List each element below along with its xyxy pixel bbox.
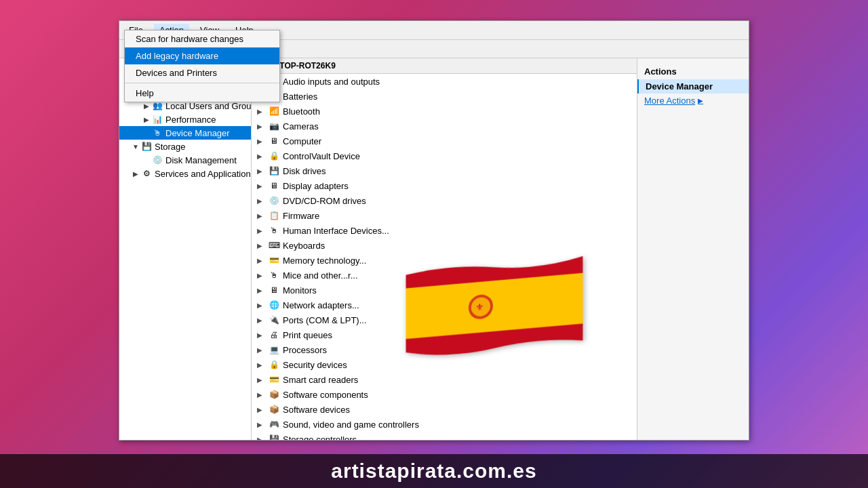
hid-icon: 🖱: [268, 224, 280, 237]
device-storagecontrollers-label: Storage controllers: [283, 434, 357, 441]
device-sound[interactable]: ▶ 🎮 Sound, video and game controllers: [252, 417, 637, 432]
tree-label-performance: Performance: [164, 115, 216, 125]
device-controlvault-label: ControlVault Device: [283, 151, 360, 161]
expand-mice: ▶: [257, 272, 267, 279]
action-device-manager[interactable]: Device Manager: [637, 79, 749, 94]
device-firmware[interactable]: ▶ 📋 Firmware: [252, 208, 637, 223]
device-hid[interactable]: ▶ 🖱 Human Interface Devices...: [252, 223, 637, 238]
display-icon: 🖥: [268, 180, 280, 192]
device-cameras-label: Cameras: [283, 121, 319, 131]
tree-label-storage: Storage: [153, 142, 186, 152]
expand-services: ▶: [130, 168, 141, 179]
device-display-label: Display adapters: [283, 181, 349, 191]
device-network-label: Network adapters...: [283, 300, 359, 310]
expand-computer: ▶: [257, 138, 267, 145]
expand-print: ▶: [257, 331, 267, 339]
softwaredevo-icon: 📦: [268, 403, 280, 415]
device-cameras[interactable]: ▶ 📷 Cameras: [252, 119, 637, 134]
expand-bluetooth: ▶: [257, 108, 267, 115]
watermark-bar: artistapirata.com.es: [0, 454, 868, 488]
security-icon: 🔒: [268, 359, 280, 371]
device-smartcard-label: Smart card readers: [283, 375, 358, 385]
expand-sound: ▶: [257, 421, 267, 428]
expand-monitors: ▶: [257, 287, 267, 294]
action-more-actions[interactable]: More Actions ▶: [637, 94, 749, 108]
device-softwaredevo-label: Software devices: [283, 405, 350, 415]
device-memory[interactable]: ▶ 💳 Memory technology...: [252, 253, 637, 268]
expand-devicemgr: [141, 127, 152, 138]
center-panel: DESKTOP-ROT26K9 ▶ 🔊 Audio inputs and out…: [252, 58, 637, 440]
network-icon: 🌐: [268, 299, 280, 311]
device-firmware-label: Firmware: [283, 211, 319, 221]
more-actions-label: More Actions: [644, 96, 695, 106]
tree-item-services[interactable]: ▶ ⚙ Services and Applications: [119, 167, 251, 180]
smartcard-icon: 💳: [268, 373, 280, 386]
dropdown-devices-printers[interactable]: Devices and Printers: [125, 64, 279, 81]
firmware-icon: 📋: [268, 209, 280, 222]
cameras-icon: 📷: [268, 120, 280, 132]
expand-display: ▶: [257, 182, 267, 190]
device-processors-label: Processors: [283, 345, 327, 355]
dropdown-add-legacy[interactable]: Add legacy hardware: [125, 47, 279, 64]
device-bluetooth[interactable]: ▶ 📶 Bluetooth: [252, 104, 637, 119]
device-print[interactable]: ▶ 🖨 Print queues: [252, 327, 637, 342]
device-dvd[interactable]: ▶ 💿 DVD/CD-ROM drives: [252, 193, 637, 208]
ports-icon: 🔌: [268, 314, 280, 326]
more-actions-arrow: ▶: [698, 97, 703, 104]
expand-dvd: ▶: [257, 197, 267, 205]
device-memory-label: Memory technology...: [283, 256, 366, 266]
device-display[interactable]: ▶ 🖥 Display adapters: [252, 178, 637, 193]
device-monitors-label: Monitors: [283, 285, 317, 296]
device-keyboards[interactable]: ▶ ⌨ Keyboards: [252, 238, 637, 253]
left-tree-panel: ▼ 🖥 Co... ▼ 🔧 ▶ 📁 Shared Folders ▶ 👥 Loc…: [119, 58, 252, 440]
dropdown-help[interactable]: Help: [125, 85, 279, 102]
device-controlvault[interactable]: ▶ 🔒 ControlVault Device: [252, 148, 637, 163]
device-softwarecomp-label: Software components: [283, 390, 368, 400]
devicemgr-icon: 🖱: [152, 127, 163, 138]
device-storagecontrollers[interactable]: ▶ 💾 Storage controllers: [252, 432, 637, 440]
bluetooth-icon: 📶: [268, 105, 280, 117]
processors-icon: 💻: [268, 344, 280, 356]
device-mice[interactable]: ▶ 🖱 Mice and other...r...: [252, 268, 637, 283]
device-processors[interactable]: ▶ 💻 Processors: [252, 342, 637, 357]
expand-processors: ▶: [257, 346, 267, 354]
expand-performance: ▶: [141, 114, 152, 125]
controlvault-icon: 🔒: [268, 150, 280, 162]
device-ports[interactable]: ▶ 🔌 Ports (COM & LPT)...: [252, 312, 637, 327]
device-bluetooth-label: Bluetooth: [283, 106, 320, 117]
dvd-icon: 💿: [268, 195, 280, 207]
device-security[interactable]: ▶ 🔒 Security devices: [252, 357, 637, 372]
expand-memory: ▶: [257, 257, 267, 264]
expand-hid: ▶: [257, 227, 267, 235]
device-keyboards-label: Keyboards: [283, 241, 325, 251]
keyboard-icon: ⌨: [268, 239, 280, 251]
diskdrives-icon: 💾: [268, 165, 280, 177]
device-softwarecomp[interactable]: ▶ 📦 Software components: [252, 387, 637, 402]
dropdown-scan-hardware[interactable]: Scan for hardware changes: [125, 30, 279, 47]
tree-item-performance[interactable]: ▶ 📊 Performance: [119, 113, 251, 126]
memory-icon: 💳: [268, 254, 280, 266]
action-dropdown: Scan for hardware changes Add legacy har…: [124, 30, 280, 102]
device-computer[interactable]: ▶ 🖥 Computer: [252, 134, 637, 148]
tree-item-diskmanage[interactable]: 💿 Disk Management: [119, 153, 251, 167]
diskmanage-icon: 💿: [152, 155, 163, 165]
device-print-label: Print queues: [283, 330, 332, 340]
device-list-header: DESKTOP-ROT26K9: [252, 58, 637, 74]
device-monitors[interactable]: ▶ 🖥 Monitors: [252, 283, 637, 298]
device-audio[interactable]: ▶ 🔊 Audio inputs and outputs: [252, 74, 637, 89]
expand-smartcard: ▶: [257, 376, 267, 384]
device-ports-label: Ports (COM & LPT)...: [283, 315, 367, 325]
expand-cameras: ▶: [257, 123, 267, 130]
tree-item-storage[interactable]: ▼ 💾 Storage: [119, 140, 251, 153]
mice-icon: 🖱: [268, 269, 280, 281]
device-smartcard[interactable]: ▶ 💳 Smart card readers: [252, 372, 637, 387]
device-softwaredevo[interactable]: ▶ 📦 Software devices: [252, 402, 637, 417]
expand-security: ▶: [257, 361, 267, 369]
device-network[interactable]: ▶ 🌐 Network adapters...: [252, 298, 637, 312]
device-diskdrives[interactable]: ▶ 💾 Disk drives: [252, 163, 637, 178]
tree-item-devicemgr[interactable]: 🖱 Device Manager: [119, 126, 251, 140]
tree-label-services: Services and Applications: [153, 169, 252, 179]
device-batteries[interactable]: ▶ 🔋 Batteries: [252, 89, 637, 104]
services-icon: ⚙: [141, 168, 152, 179]
content-area: ▼ 🖥 Co... ▼ 🔧 ▶ 📁 Shared Folders ▶ 👥 Loc…: [119, 58, 749, 440]
